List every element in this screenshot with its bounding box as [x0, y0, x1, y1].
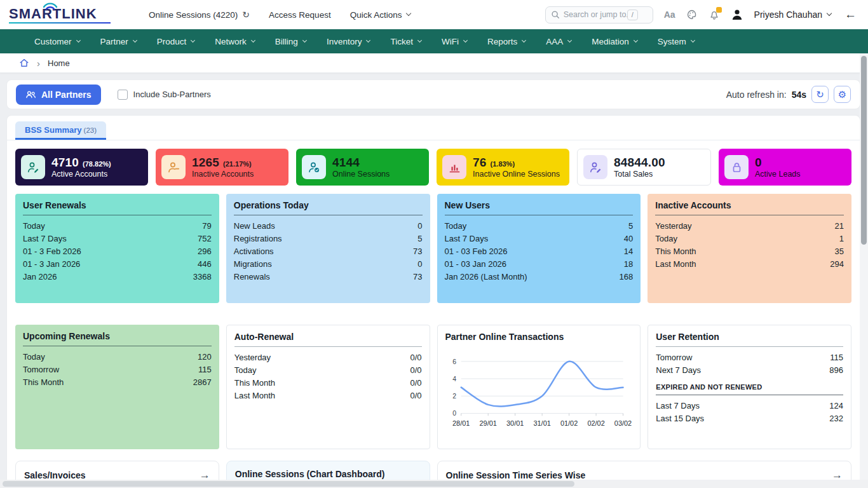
lock-icon [724, 155, 749, 179]
chevron-down-icon [366, 37, 370, 42]
include-sub-partners-toggle[interactable]: Include Sub-Partners [118, 90, 211, 100]
stat-card-total-sales[interactable]: 84844.00 Total Sales [577, 149, 711, 186]
nav-item-wifi[interactable]: WiFi [433, 29, 476, 53]
top-header: SMARTLINK Online Sessions (4220) ↻ Acces… [0, 0, 868, 29]
panel-new-users: New Users Today5 Last 7 Days40 01 - 03 F… [437, 194, 641, 303]
logo-text: SMARTLINK [9, 6, 122, 22]
user-edit-icon [583, 155, 607, 179]
panel-inactive-accounts: Inactive Accounts Yesterday21 Today1 Thi… [648, 194, 851, 303]
user-menu[interactable]: Priyesh Chauhan [754, 10, 831, 20]
horizontal-scrollbar-thumb[interactable] [3, 481, 574, 487]
nav-item-ticket[interactable]: Ticket [381, 29, 430, 53]
panel-user-retention: User Retention Tomorrow115 Next 7 Days89… [648, 325, 851, 449]
chevron-down-icon [567, 37, 572, 42]
summary-panels-row-2: Upcoming Renewals Today120 Tomorrow115 T… [15, 325, 851, 449]
notification-badge [716, 7, 722, 13]
panel-upcoming-renewals: Upcoming Renewals Today120 Tomorrow115 T… [15, 325, 219, 449]
search-icon [551, 10, 560, 19]
home-icon[interactable] [19, 58, 29, 68]
svg-text:28/01: 28/01 [452, 419, 470, 427]
svg-text:01/02: 01/02 [560, 419, 577, 427]
expired-section-header: EXPIRED AND NOT RENEWED [656, 383, 843, 395]
refresh-icon[interactable]: ↻ [242, 10, 250, 20]
dashboard-settings-button[interactable]: ⚙ [834, 86, 851, 103]
quick-actions-menu[interactable]: Quick Actions [350, 10, 411, 20]
all-partners-button[interactable]: All Partners [16, 85, 101, 105]
online-sessions-label: Online Sessions [149, 10, 211, 20]
collapse-arrow-icon[interactable]: ← [844, 8, 857, 22]
svg-text:02/02: 02/02 [587, 419, 604, 427]
nav-item-inventory[interactable]: Inventory [318, 29, 379, 53]
nav-item-reports[interactable]: Reports [478, 29, 534, 53]
nav-item-customer[interactable]: Customer [25, 29, 89, 53]
svg-text:2: 2 [452, 393, 456, 400]
breadcrumb-current: Home [48, 58, 70, 68]
nav-item-system[interactable]: System [649, 29, 703, 53]
chevron-down-icon [463, 37, 468, 42]
search-box[interactable]: / [545, 6, 653, 24]
search-input[interactable] [564, 10, 627, 19]
chevron-down-icon [827, 11, 832, 16]
summary-panels-row-1: User Renewals Today79 Last 7 Days752 01 … [15, 194, 851, 303]
nav-item-partner[interactable]: Partner [92, 29, 146, 53]
stat-cards-row: 4710(78.82%) Active Accounts 1265(21.17%… [15, 149, 851, 186]
panel-auto-renewal: Auto-Renewal Yesterday0/0 Today0/0 This … [226, 325, 430, 449]
tab-bss-summary[interactable]: BSS Summary(23) [15, 121, 106, 140]
svg-text:31/01: 31/01 [533, 419, 550, 427]
search-shortcut-key: / [627, 10, 638, 20]
auto-refresh-label: Auto refresh in: [726, 90, 787, 100]
bar-chart-icon [442, 155, 466, 179]
chevron-down-icon [133, 37, 137, 42]
stat-card-online-sessions[interactable]: 4144 Online Sessions [296, 149, 429, 186]
chevron-down-icon [691, 37, 695, 42]
svg-text:6: 6 [452, 358, 456, 365]
user-minus-icon [161, 155, 186, 179]
user-avatar[interactable] [731, 8, 743, 21]
main-nav: Customer Partner Product Network Billing… [0, 29, 868, 53]
chevron-down-icon [522, 37, 526, 42]
stat-card-inactive-accounts[interactable]: 1265(21.17%) Inactive Accounts [156, 149, 288, 186]
access-request-link[interactable]: Access Request [269, 10, 331, 20]
online-sessions-link[interactable]: Online Sessions (4220) ↻ [149, 10, 250, 20]
auto-refresh-countdown: 54s [792, 90, 806, 100]
chevron-down-icon [406, 11, 411, 16]
nav-item-billing[interactable]: Billing [266, 29, 315, 53]
theme-palette-icon[interactable] [686, 9, 698, 20]
tab-bar: BSS Summary(23) [7, 116, 860, 140]
refresh-now-button[interactable]: ↻ [811, 86, 829, 103]
user-check-icon [302, 155, 326, 179]
notifications-bell-icon[interactable] [709, 9, 720, 20]
filter-toolbar: All Partners Include Sub-Partners Auto r… [6, 79, 860, 109]
svg-text:03/02: 03/02 [614, 419, 631, 427]
vertical-scrollbar-thumb[interactable] [861, 56, 867, 245]
stat-card-active-leads[interactable]: 0 Active Leads [719, 149, 851, 186]
chevron-down-icon [251, 37, 255, 42]
chevron-down-icon [634, 37, 638, 42]
partners-people-icon [25, 90, 36, 99]
panel-partner-online-transactions: Partner Online Transactions 024628/0129/… [437, 325, 641, 449]
chevron-down-icon [417, 37, 422, 42]
wifi-icon [42, 1, 58, 10]
nav-item-mediation[interactable]: Mediation [583, 29, 646, 53]
svg-text:29/01: 29/01 [479, 419, 496, 427]
breadcrumb: › Home [0, 53, 868, 73]
smartlink-logo[interactable]: SMARTLINK [9, 6, 122, 24]
nav-item-product[interactable]: Product [148, 29, 204, 53]
svg-text:4: 4 [452, 376, 456, 383]
user-edit-icon [21, 155, 45, 179]
line-chart: 024628/0129/0130/0131/0101/0202/0203/02 [445, 347, 633, 444]
stat-card-active-accounts[interactable]: 4710(78.82%) Active Accounts [15, 149, 148, 186]
panel-user-renewals: User Renewals Today79 Last 7 Days752 01 … [15, 194, 219, 303]
chevron-down-icon [191, 37, 195, 42]
svg-text:0: 0 [452, 410, 456, 417]
logo-underline [9, 22, 111, 24]
dashboard-card: BSS Summary(23) 4710(78.82%) Active Acco… [6, 115, 860, 488]
nav-item-aaa[interactable]: AAA [537, 29, 580, 53]
text-size-toggle[interactable]: Aa [664, 10, 675, 20]
nav-item-network[interactable]: Network [206, 29, 264, 53]
online-sessions-count: (4220) [213, 10, 238, 20]
chevron-down-icon [302, 37, 307, 42]
checkbox-unchecked[interactable] [118, 90, 128, 100]
stat-card-inactive-online-sessions[interactable]: 76(1.83%) Inactive Online Sessions [437, 149, 569, 186]
breadcrumb-separator: › [37, 58, 40, 69]
